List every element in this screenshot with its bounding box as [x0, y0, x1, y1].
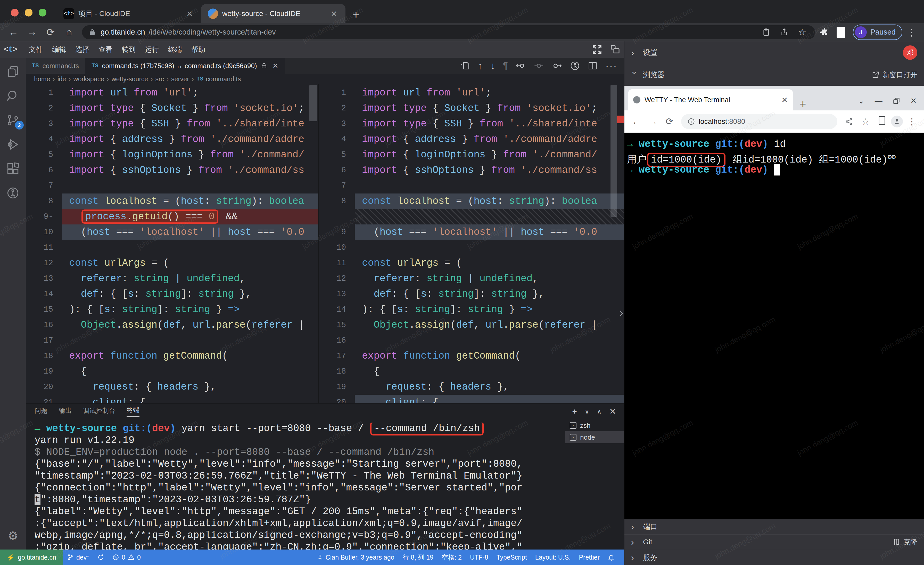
preview-url-bar[interactable]: localhost:8080: [681, 114, 837, 129]
url-bar[interactable]: go.titanide.cn/ide/web/coding/wetty-sour…: [82, 25, 815, 39]
git-blame[interactable]: Cian Butler, 3 years ago: [313, 554, 399, 561]
profile-chip[interactable]: J Paused: [853, 24, 902, 40]
pilcrow-whitespace-icon[interactable]: ¶: [503, 60, 508, 71]
section-browser[interactable]: › 浏览器 新窗口打开: [624, 64, 924, 86]
close-icon[interactable]: ✕: [782, 95, 788, 105]
breadcrumb-item[interactable]: workspace: [74, 75, 104, 83]
share-icon[interactable]: [777, 28, 792, 36]
tab-command-diff[interactable]: TS command.ts (17b75c98) ↔ command.ts (d…: [86, 58, 285, 74]
layout-windows-icon[interactable]: [610, 44, 620, 55]
notifications-bell[interactable]: [604, 554, 619, 560]
profile-avatar-icon[interactable]: [891, 116, 903, 128]
menu-kebab-icon[interactable]: ⋮: [904, 116, 920, 127]
minimize-icon[interactable]: —: [875, 96, 882, 105]
diff-pane-original[interactable]: 1import url from 'url';2import type { So…: [26, 84, 318, 403]
section-ports[interactable]: › 端口: [624, 519, 924, 534]
terminal-instance-node[interactable]: ›node: [565, 431, 624, 443]
side-panel-icon[interactable]: [874, 116, 890, 127]
explorer-icon[interactable]: [6, 65, 20, 78]
diff-pane-modified[interactable]: 1import url from 'url';2import type { So…: [319, 84, 624, 403]
remote-indicator[interactable]: ⚡ go.titanide.cn: [0, 550, 63, 565]
new-tab-button[interactable]: +: [345, 8, 367, 23]
menu-item-转到[interactable]: 转到: [117, 44, 140, 56]
section-services[interactable]: › 服务: [624, 550, 924, 565]
scrollbar-thumb[interactable]: [610, 85, 617, 217]
breadcrumb-item[interactable]: home: [34, 75, 50, 83]
menu-item-运行[interactable]: 运行: [140, 44, 164, 56]
indentation[interactable]: 空格: 2: [438, 553, 466, 562]
section-settings[interactable]: › 设置 邓: [624, 41, 924, 64]
remote-explorer-icon[interactable]: [6, 186, 20, 200]
language-mode[interactable]: TypeScript: [492, 554, 531, 561]
user-avatar[interactable]: 邓: [903, 45, 917, 60]
close-icon[interactable]: ✕: [185, 9, 194, 18]
tab-command-ts[interactable]: TS command.ts: [26, 58, 86, 74]
forward-icon[interactable]: →: [24, 27, 40, 38]
panel-expand-chevron-icon[interactable]: ›: [619, 305, 623, 320]
next-icon[interactable]: ↓: [490, 60, 495, 71]
sync-button[interactable]: [93, 554, 108, 560]
close-icon[interactable]: ✕: [271, 62, 278, 70]
restore-icon[interactable]: [893, 97, 900, 105]
forward-icon[interactable]: →: [646, 116, 660, 127]
menu-item-帮助[interactable]: 帮助: [187, 44, 210, 56]
breadcrumb-item[interactable]: src: [155, 75, 164, 83]
minimize-window-button[interactable]: [25, 9, 33, 17]
breadcrumb[interactable]: home›ide›workspace›wetty-source›src›serv…: [26, 74, 624, 84]
source-control-icon[interactable]: 2: [6, 114, 20, 127]
branch-indicator[interactable]: dev*: [63, 554, 93, 561]
extensions-puzzle-icon[interactable]: [817, 28, 832, 37]
back-icon[interactable]: ←: [5, 27, 22, 38]
menu-item-编辑[interactable]: 编辑: [47, 44, 70, 56]
bookmark-star-icon[interactable]: ☆: [795, 27, 810, 38]
clone-button[interactable]: 克隆: [892, 537, 917, 547]
tab-search-chevron-icon[interactable]: ⌄: [858, 96, 864, 105]
next-change-icon[interactable]: [552, 61, 562, 71]
split-editor-icon[interactable]: [588, 61, 598, 71]
preview-tab[interactable]: WeTTY - The Web Terminal ✕: [628, 89, 793, 110]
cursor-position[interactable]: 行 8, 列 19: [399, 553, 438, 562]
save-clipboard-icon[interactable]: [759, 28, 773, 36]
maximize-window-button[interactable]: [39, 9, 46, 17]
menu-item-终端[interactable]: 终端: [164, 44, 187, 56]
home-icon[interactable]: ⌂: [61, 27, 77, 38]
terminal-dropdown-icon[interactable]: ∨: [585, 408, 590, 415]
diff-editor[interactable]: 1import url from 'url';2import type { So…: [26, 84, 624, 403]
close-panel-icon[interactable]: ✕: [609, 407, 616, 416]
encoding[interactable]: UTF-8: [466, 554, 492, 561]
info-icon[interactable]: [687, 118, 695, 125]
timeline-icon[interactable]: [570, 61, 580, 71]
menu-item-选择[interactable]: 选择: [70, 44, 94, 56]
browser-menu-kebab-icon[interactable]: ⋮: [904, 27, 919, 38]
reload-icon[interactable]: ⟳: [42, 27, 59, 38]
side-panel-icon[interactable]: [834, 27, 848, 38]
menu-item-查看[interactable]: 查看: [94, 44, 117, 56]
open-file-icon[interactable]: [460, 61, 470, 71]
manage-gear-icon[interactable]: ⚙: [8, 529, 18, 543]
search-icon[interactable]: [6, 89, 20, 103]
more-actions-icon[interactable]: ···: [605, 60, 617, 72]
maximize-panel-icon[interactable]: ∧: [597, 408, 602, 415]
terminal-output[interactable]: → wetty-source git:(dev) yarn start --po…: [34, 422, 563, 550]
wetty-terminal[interactable]: → wetty-source git:(dev) id用户id=1000(ide…: [624, 132, 924, 519]
previous-icon[interactable]: ↑: [478, 60, 483, 71]
panel-tab-调试控制台[interactable]: 调试控制台: [83, 406, 115, 417]
browser-tab-project[interactable]: <t> 项目 - CloudIDE ✕: [57, 4, 201, 23]
open-new-window-button[interactable]: 新窗口打开: [872, 70, 917, 80]
close-icon[interactable]: ✕: [329, 9, 339, 18]
reload-icon[interactable]: ⟳: [662, 116, 677, 127]
section-git[interactable]: › Git 克隆: [624, 534, 924, 550]
formatter[interactable]: Prettier: [574, 554, 604, 561]
panel-tab-输出[interactable]: 输出: [59, 406, 72, 417]
fullscreen-icon[interactable]: [592, 44, 602, 55]
back-icon[interactable]: ←: [629, 116, 644, 127]
close-icon[interactable]: ✕: [910, 96, 917, 105]
keyboard-layout[interactable]: Layout: U.S.: [531, 554, 575, 561]
run-debug-icon[interactable]: [6, 138, 20, 151]
preview-new-tab-icon[interactable]: +: [800, 98, 806, 110]
terminal-instance-zsh[interactable]: ›zsh: [565, 419, 624, 431]
share-icon[interactable]: [842, 118, 856, 125]
extensions-icon[interactable]: [6, 162, 20, 176]
bookmark-star-icon[interactable]: ☆: [858, 116, 873, 127]
problems-indicator[interactable]: 0 0: [108, 554, 145, 561]
